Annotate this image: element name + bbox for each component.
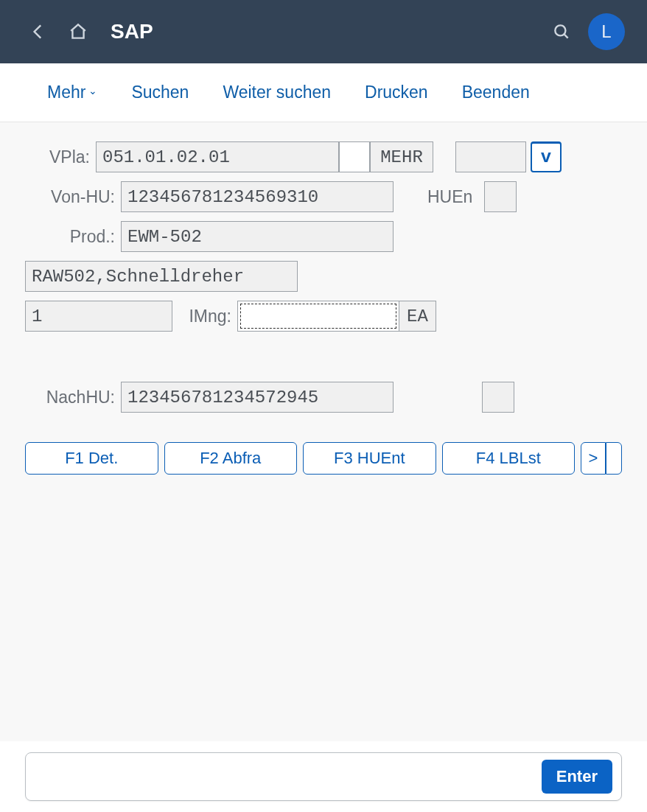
f4-button[interactable]: F4 LBLst — [442, 442, 576, 475]
vonhu-label: Von-HU: — [25, 187, 121, 207]
svg-point-0 — [555, 25, 565, 35]
qty-field[interactable]: 1 — [25, 301, 172, 332]
f3-button[interactable]: F3 HUEnt — [303, 442, 436, 475]
nachhu-label: NachHU: — [25, 388, 121, 407]
footer-bar: Enter — [25, 752, 622, 801]
prod-field[interactable]: EWM-502 — [121, 221, 394, 252]
nachhu-field[interactable]: 123456781234572945 — [121, 382, 394, 413]
row-nachhu: NachHU: 123456781234572945 — [25, 382, 622, 413]
menu-beenden[interactable]: Beenden — [462, 83, 530, 102]
avatar-initial: L — [601, 21, 611, 42]
app-title: SAP — [111, 20, 153, 43]
huen-label: HUEn — [427, 187, 484, 207]
nachhu-box[interactable] — [482, 382, 514, 413]
fkey-more-blank — [606, 442, 622, 475]
fkey-more[interactable]: > — [581, 442, 622, 475]
enter-button[interactable]: Enter — [542, 760, 612, 794]
huen-box[interactable] — [484, 181, 517, 212]
row-vpla: VPla: 051.01.02.01 MEHR v — [25, 141, 622, 172]
footer: Enter — [0, 741, 647, 812]
row-vonhu: Von-HU: 123456781234569310 HUEn — [25, 181, 622, 212]
row-prod: Prod.: EWM-502 — [25, 221, 622, 252]
imng-label: IMng: — [172, 307, 237, 326]
search-icon[interactable] — [545, 15, 578, 48]
f1-button[interactable]: F1 Det. — [25, 442, 158, 475]
fkey-bar: F1 Det. F2 Abfra F3 HUEnt F4 LBLst > — [25, 442, 622, 475]
f2-button[interactable]: F2 Abfra — [164, 442, 298, 475]
uom-field: EA — [399, 301, 436, 332]
vpla-field[interactable]: 051.01.02.01 — [96, 141, 339, 172]
row-desc: RAW502,Schnelldreher — [25, 261, 622, 292]
row-qty: 1 IMng: EA — [25, 301, 622, 332]
vpla-extra-box[interactable] — [339, 141, 370, 172]
menu-drucken[interactable]: Drucken — [365, 83, 428, 102]
menu-suchen[interactable]: Suchen — [131, 83, 189, 102]
svg-line-1 — [564, 34, 567, 38]
chevron-down-icon: ⌄ — [88, 85, 97, 97]
desc-field[interactable]: RAW502,Schnelldreher — [25, 261, 298, 292]
user-avatar[interactable]: L — [588, 13, 625, 50]
app-header: SAP L — [0, 0, 647, 63]
menu-mehr-label: Mehr — [47, 83, 85, 102]
content-area: VPla: 051.01.02.01 MEHR v Von-HU: 123456… — [0, 122, 647, 741]
mehr-tag: MEHR — [370, 141, 433, 172]
v-button[interactable]: v — [531, 141, 562, 172]
vonhu-field[interactable]: 123456781234569310 — [121, 181, 394, 212]
toolbar: Mehr⌄ Suchen Weiter suchen Drucken Beend… — [0, 63, 647, 122]
prod-label: Prod.: — [25, 227, 121, 247]
imng-focus-indicator — [240, 304, 396, 329]
home-icon[interactable] — [62, 15, 94, 48]
fkey-more-arrow: > — [581, 442, 606, 475]
back-icon[interactable] — [22, 15, 55, 48]
menu-weiter-suchen[interactable]: Weiter suchen — [223, 83, 331, 102]
imng-input[interactable] — [237, 301, 399, 332]
vpla-blank-field[interactable] — [455, 141, 526, 172]
vpla-label: VPla: — [25, 147, 96, 167]
menu-mehr[interactable]: Mehr⌄ — [47, 83, 97, 102]
